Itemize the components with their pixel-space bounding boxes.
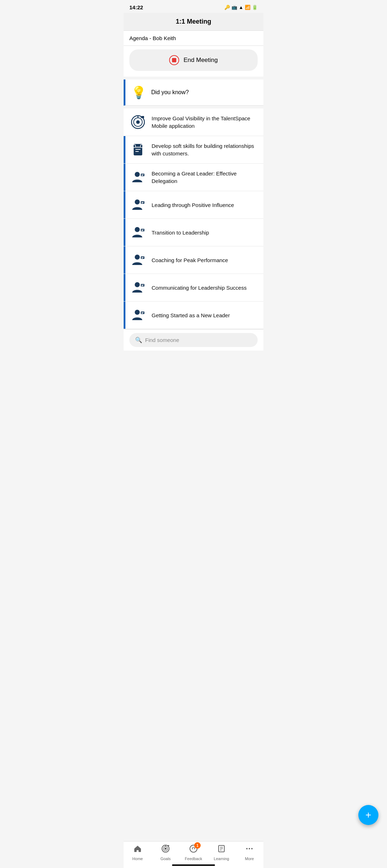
key-icon: 🔑 xyxy=(224,5,230,10)
battery-icon: 🔋 xyxy=(252,5,258,10)
goal-item-text: Improve Goal Visibility in the TalentSpa… xyxy=(152,115,258,130)
task-icon xyxy=(129,141,147,158)
status-icons: 🔑 📺 ▲ 📶 🔋 xyxy=(224,5,258,10)
end-meeting-label: End Meeting xyxy=(183,57,218,64)
learning-item-text: Getting Started as a New Leader xyxy=(152,312,258,319)
page-header: 1:1 Meeting xyxy=(124,13,263,31)
list-item[interactable]: Coaching for Peak Performance xyxy=(124,246,263,274)
list-section: Improve Goal Visibility in the TalentSpa… xyxy=(124,108,263,329)
list-item[interactable]: Transition to Leadership xyxy=(124,219,263,246)
learning-icon xyxy=(129,196,147,213)
did-you-know-text: Did you know? xyxy=(151,89,189,96)
svg-rect-9 xyxy=(140,145,143,148)
status-time: 14:22 xyxy=(129,4,143,10)
svg-point-10 xyxy=(135,172,140,177)
search-container: 🔍 Find someone xyxy=(124,329,263,351)
list-item[interactable]: Improve Goal Visibility in the TalentSpa… xyxy=(124,108,263,136)
task-item-text: Develop soft skills for building relatio… xyxy=(152,142,258,157)
learning-icon xyxy=(129,307,147,324)
learning-icon xyxy=(129,169,147,186)
signal-icon: 📶 xyxy=(245,5,250,10)
learning-item-text: Leading through Positive Influence xyxy=(152,201,258,209)
learning-icon xyxy=(129,279,147,296)
status-bar: 14:22 🔑 📺 ▲ 📶 🔋 xyxy=(124,0,263,13)
svg-point-22 xyxy=(135,255,140,260)
page-title: 1:1 Meeting xyxy=(176,18,211,25)
svg-point-14 xyxy=(135,199,140,204)
learning-item-text: Communicating for Leadership Success xyxy=(152,284,258,291)
list-item[interactable]: Communicating for Leadership Success xyxy=(124,274,263,302)
end-meeting-container: End Meeting xyxy=(124,46,263,77)
cast-icon: 📺 xyxy=(231,5,237,10)
learning-item-text: Coaching for Peak Performance xyxy=(152,256,258,264)
goal-icon xyxy=(129,114,147,131)
learning-item-text: Becoming a Great Leader: Effective Deleg… xyxy=(152,170,258,185)
learning-item-text: Transition to Leadership xyxy=(152,229,258,236)
svg-rect-8 xyxy=(133,145,135,148)
list-item[interactable]: Becoming a Great Leader: Effective Deleg… xyxy=(124,164,263,191)
search-bar[interactable]: 🔍 Find someone xyxy=(129,333,258,347)
did-you-know-banner: 💡 Did you know? xyxy=(124,79,263,106)
list-item[interactable]: Develop soft skills for building relatio… xyxy=(124,136,263,164)
agenda-label: Agenda - Bob Keith xyxy=(124,31,263,46)
svg-point-26 xyxy=(135,282,140,287)
search-icon: 🔍 xyxy=(135,337,142,343)
learning-icon xyxy=(129,251,147,269)
end-meeting-button[interactable]: End Meeting xyxy=(129,49,258,71)
bulb-icon: 💡 xyxy=(131,85,146,100)
list-item[interactable]: Leading through Positive Influence xyxy=(124,191,263,219)
learning-icon xyxy=(129,224,147,241)
svg-point-18 xyxy=(135,227,140,232)
search-placeholder: Find someone xyxy=(145,337,179,343)
record-dot xyxy=(172,58,176,62)
svg-point-30 xyxy=(135,310,140,315)
svg-point-2 xyxy=(136,120,140,124)
list-item[interactable]: Getting Started as a New Leader xyxy=(124,302,263,329)
record-icon xyxy=(169,55,179,65)
wifi-icon: ▲ xyxy=(239,5,243,10)
